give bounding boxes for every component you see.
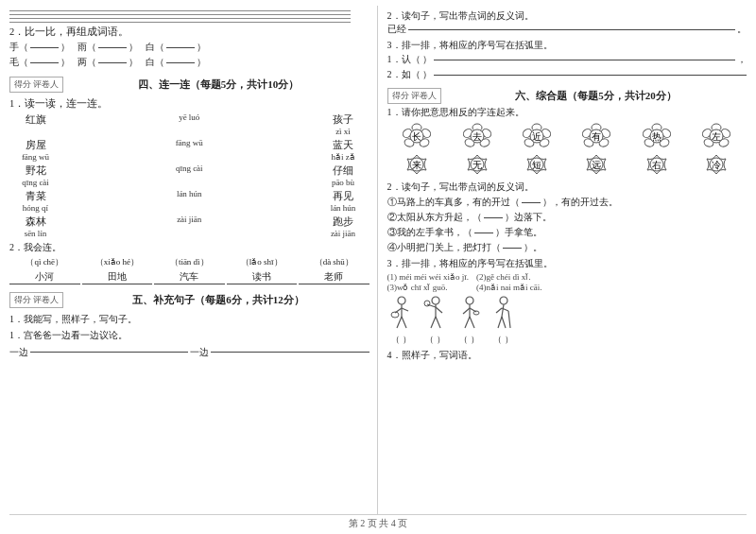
pinyin-2: (2)gě chéi dì xǐ. — [476, 272, 541, 282]
svg-line-66 — [436, 317, 440, 328]
svg-line-81 — [508, 311, 510, 328]
flower-b1: 来 — [400, 151, 434, 178]
flower-2: 去 — [460, 122, 494, 148]
match2-section: 2．我会连。 （qì chē） （xiǎo hé） （tiān dì） （lǎo… — [9, 241, 369, 284]
svg-text:短: 短 — [532, 160, 541, 170]
pinyin-3: (3)wǒ chī xǐ guō. — [387, 283, 469, 292]
scorer2-label: 得分 评卷人 — [14, 294, 59, 306]
r-q3: 3．排一排，将相应的序号写在括弧里。 1．认（ ） ， 2．如（ ） — [387, 39, 747, 81]
svg-text:无: 无 — [472, 160, 482, 170]
r-q3-b: 2．如（ ） — [387, 68, 747, 81]
svg-text:远: 远 — [592, 160, 601, 170]
svg-text:冷: 冷 — [712, 160, 721, 170]
flower-b-svg-4: 远 — [579, 151, 613, 178]
pic-2: （ ） — [421, 296, 450, 346]
match-left-5: 森林 sēn lín — [9, 215, 61, 238]
r-q3-a: 1．认（ ） ， — [387, 53, 747, 66]
flower-svg-5: 热 — [640, 122, 674, 148]
svg-text:热: 热 — [652, 131, 662, 142]
r-q2-sec-label: 2．读句子，写出带点词的反义词。 — [387, 181, 747, 194]
stick-fig-3 — [455, 296, 484, 334]
r-q1: 1．请你把意思相反的字连起来。 长 — [387, 106, 747, 178]
match-left-1: 红旗 — [9, 112, 61, 136]
section4-header: 四、连一连（每题5分，共计10分） — [67, 78, 369, 92]
svg-line-58 — [397, 317, 402, 328]
scorer1-row: 得分 评卷人 四、连一连（每题5分，共计10分） — [9, 74, 369, 95]
r-q2-section: 2．读句子，写出带点词的反义词。 ①马路上的车真多，有的开过（ ），有的开过去。… — [387, 181, 747, 254]
flower-svg-6: 左 — [699, 122, 733, 148]
blank-line-2 — [9, 14, 351, 15]
flower-b-svg-5: 右 — [640, 151, 674, 178]
fill-intro: 1．我能写，照样子，写句子。 — [9, 312, 369, 326]
footer: 第 2 页 共 4 页 — [9, 514, 747, 530]
fill-line: 一边 一边 — [9, 345, 369, 359]
r-q4-label: 4．照样子，写词语。 — [387, 349, 747, 362]
blank-line-4 — [9, 22, 351, 23]
flower-b3: 短 — [520, 151, 554, 178]
match-mid-5: zài jiān — [163, 215, 215, 238]
svg-line-64 — [436, 307, 442, 313]
blank-pinyin-row: （qì chē） （xiǎo hé） （tiān dì） （lǎo shī） （… — [9, 256, 369, 268]
pinyin-row-left: (1) méi méi wéi xiǎo jī. (3)wǒ chī xǐ gu… — [387, 271, 469, 293]
match-left-3: 野花 qīng cài — [9, 164, 61, 187]
flower-b6: 冷 — [699, 151, 733, 178]
svg-text:右: 右 — [652, 160, 662, 170]
svg-point-61 — [432, 297, 439, 304]
svg-line-72 — [465, 317, 470, 328]
svg-text:有: 有 — [592, 131, 601, 142]
fill-example: 1．宫爸爸一边看一边议论。 — [9, 328, 369, 342]
section2-label: 2．比一比，再组成词语。 — [9, 26, 369, 39]
scorer2-row: 得分 评卷人 五、补充句子（每题6分，共计12分） — [9, 289, 369, 310]
svg-line-80 — [502, 317, 506, 328]
svg-line-70 — [463, 308, 470, 314]
flower-b5: 右 — [640, 151, 674, 178]
pic-4: （ ） — [490, 296, 518, 346]
match-right-2: 蓝天 hǎi zǎ — [318, 138, 369, 162]
match-right-5: 跑步 zài jiān — [318, 215, 369, 238]
scorer1-box: 得分 评卷人 — [9, 77, 63, 93]
pinyin-1: (1) méi méi wéi xiǎo jī. — [387, 272, 469, 282]
scorer-r-box: 得分 评卷人 — [387, 88, 441, 104]
flower-bottom-row: 来 无 短 — [387, 151, 747, 178]
blank-line-3 — [9, 18, 351, 19]
wc-row-2: 毛（） 两（） 白（） — [9, 56, 369, 69]
stick-fig-4 — [490, 296, 518, 334]
match-mid-2: fāng wū — [163, 138, 215, 162]
sent-3: ③我的左手拿书，（ ）手拿笔。 — [387, 226, 747, 239]
svg-point-54 — [398, 297, 405, 304]
sent-2: ②太阳从东方升起，（ ）边落下。 — [387, 211, 747, 224]
svg-text:去: 去 — [472, 131, 482, 142]
match-row-2: 房屋 fāng wū fāng wū 蓝天 hǎi zǎ — [9, 138, 369, 162]
r-q3-label: 3．排一排，将相应的序号写在括弧里。 — [387, 39, 747, 52]
svg-line-73 — [470, 317, 474, 328]
section5-header: 五、补充句子（每题6分，共计12分） — [67, 293, 369, 307]
stick-fig-1 — [387, 296, 416, 334]
r-q2-label: 2．读句子，写出带点词的反义词。 — [387, 9, 747, 23]
pinyin-row-right: (2)gě chéi dì xǐ. (4)nǎi nai mǎi cāi. — [476, 271, 541, 293]
scorer1-label: 得分 评卷人 — [14, 78, 59, 91]
scorer-r-label: 得分 评卷人 — [392, 90, 437, 102]
match-mid-4: lán hún — [163, 189, 215, 213]
flower-b2: 无 — [460, 151, 494, 178]
svg-line-77 — [496, 308, 502, 313]
section4-label: 四、连一连（每题5分，共计10分） — [138, 78, 300, 92]
pic-3: （ ） — [455, 296, 484, 346]
svg-line-76 — [502, 304, 504, 317]
section6-label: 六、综合题（每题5分，共计20分） — [515, 89, 677, 103]
sent-4: ④小明把门关上，把灯打（ ）。 — [387, 241, 747, 254]
match-mid-3: qīng cài — [163, 164, 215, 187]
flower-4: 有 — [579, 122, 613, 148]
scorer2-box: 得分 评卷人 — [9, 292, 63, 308]
r-q2: 2．读句子，写出带点词的反义词。 已经 。 — [387, 9, 747, 36]
word-compare: 手（） 雨（） 白（） 毛（） 两（） 白（） — [9, 41, 369, 69]
flower-b-svg-3: 短 — [520, 151, 554, 178]
wc-row-1: 手（） 雨（） 白（） — [9, 41, 369, 54]
flower-b4: 远 — [579, 151, 613, 178]
flower-b-svg-2: 无 — [460, 151, 494, 178]
sent-1: ①马路上的车真多，有的开过（ ），有的开过去。 — [387, 196, 747, 209]
match-row-3: 野花 qīng cài qīng cài 仔细 pāo bù — [9, 164, 369, 187]
svg-point-68 — [466, 297, 473, 304]
match-left-4: 青菜 hóng qí — [9, 189, 61, 213]
svg-line-57 — [402, 308, 408, 311]
columns: 2．比一比，再组成词语。 手（） 雨（） 白（） 毛（） 两（） 白（） — [9, 6, 747, 514]
